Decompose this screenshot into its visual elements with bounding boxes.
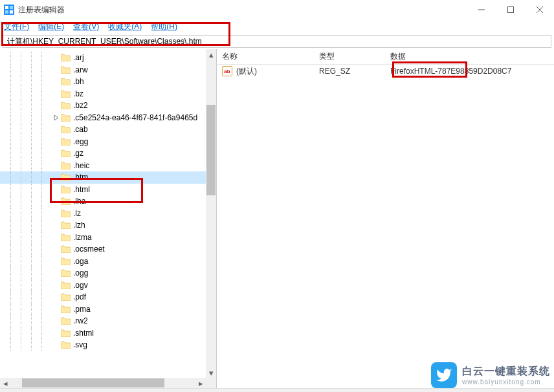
tree-item[interactable]: .ogv: [0, 279, 216, 292]
address-bar[interactable]: 计算机\HKEY_CURRENT_USER\Software\Classes\.…: [3, 35, 551, 48]
expander-icon[interactable]: [52, 233, 61, 242]
menu-help[interactable]: 帮助(H): [151, 21, 177, 32]
tree-item-label: .ogg: [73, 268, 88, 278]
folder-icon: [61, 102, 71, 109]
expander-icon[interactable]: [52, 77, 61, 86]
expander-icon[interactable]: [52, 245, 61, 254]
folder-icon: [61, 329, 71, 337]
value-type: REG_SZ: [319, 67, 390, 76]
expander-icon[interactable]: [52, 113, 61, 122]
expander-icon[interactable]: [52, 316, 61, 325]
expander-icon[interactable]: [52, 281, 61, 290]
expander-icon[interactable]: [52, 329, 61, 338]
tree-scrollbar-vertical[interactable]: ▴ ▾: [206, 49, 216, 388]
expander-icon[interactable]: [52, 137, 61, 146]
minimize-button[interactable]: [467, 0, 496, 19]
expander-icon[interactable]: [52, 197, 61, 206]
tree-item[interactable]: .heic: [0, 160, 216, 172]
tree-item[interactable]: .lzma: [0, 232, 216, 244]
maximize-button[interactable]: [496, 0, 525, 19]
expander-icon[interactable]: [52, 89, 61, 98]
tree-item-label: .oga: [73, 257, 88, 266]
folder-icon: [61, 186, 71, 193]
scroll-thumb-h[interactable]: [22, 378, 164, 387]
expander-icon[interactable]: [52, 125, 61, 134]
scroll-left-icon[interactable]: ◂: [0, 378, 10, 388]
tree-item-label: .lzma: [73, 233, 92, 242]
tree-item[interactable]: .bz2: [0, 100, 216, 112]
expander-icon[interactable]: [52, 185, 61, 194]
scroll-up-icon[interactable]: ▴: [206, 49, 216, 60]
tree-item[interactable]: .gz: [0, 147, 216, 160]
tree-item[interactable]: .htm: [0, 171, 216, 184]
address-text: 计算机\HKEY_CURRENT_USER\Software\Classes\.…: [7, 36, 202, 47]
folder-icon: [61, 221, 71, 229]
tree-item-label: .ocsmeet: [73, 245, 105, 254]
tree-item-label: .gz: [73, 149, 83, 158]
tree-item[interactable]: .egg: [0, 136, 216, 148]
scroll-down-icon[interactable]: ▾: [206, 367, 216, 378]
expander-icon[interactable]: [52, 149, 61, 158]
tree-item[interactable]: .ogg: [0, 267, 216, 279]
tree-item-label: .arj: [73, 53, 84, 62]
expander-icon[interactable]: [52, 268, 61, 278]
tree-item[interactable]: .bz: [0, 88, 216, 100]
tree-scrollbar-horizontal[interactable]: ◂ ▸: [0, 378, 206, 388]
folder-icon: [61, 125, 71, 133]
expander-icon[interactable]: [52, 65, 61, 74]
tree-item[interactable]: .bh: [0, 76, 216, 88]
tree-item[interactable]: .ocsmeet: [0, 243, 216, 256]
close-button[interactable]: [525, 0, 554, 19]
folder-icon: [61, 149, 71, 157]
expander-icon[interactable]: [52, 101, 61, 110]
registry-tree[interactable]: .arj.arw.bh.bz.bz2.c5e2524a-ea46-4f67-84…: [0, 49, 216, 351]
tree-item[interactable]: .lz: [0, 208, 216, 220]
expander-icon[interactable]: [52, 340, 61, 349]
tree-item[interactable]: .oga: [0, 256, 216, 268]
expander-icon[interactable]: [52, 53, 61, 62]
folder-icon: [61, 281, 71, 289]
value-row[interactable]: ab (默认) REG_SZ FirefoxHTML-787E98859D2D0…: [217, 65, 554, 78]
scroll-thumb[interactable]: [206, 105, 216, 195]
column-name[interactable]: 名称: [217, 51, 314, 62]
tree-item-label: .svg: [73, 340, 87, 349]
tree-item[interactable]: .svg: [0, 339, 216, 351]
tree-item[interactable]: .lzh: [0, 219, 216, 232]
expander-icon[interactable]: [52, 292, 61, 301]
expander-icon[interactable]: [52, 173, 61, 182]
tree-item[interactable]: .pma: [0, 303, 216, 316]
tree-item[interactable]: .rw2: [0, 315, 216, 327]
tree-item-label: .lha: [73, 197, 85, 206]
tree-item[interactable]: .c5e2524a-ea46-4f67-841f-6a9465d: [0, 112, 216, 124]
folder-icon: [61, 317, 71, 325]
tree-item[interactable]: .pdf: [0, 291, 216, 303]
scroll-right-icon[interactable]: ▸: [195, 378, 206, 388]
tree-item[interactable]: .lha: [0, 195, 216, 208]
tree-item[interactable]: .arw: [0, 64, 216, 76]
menu-edit[interactable]: 编辑(E): [38, 21, 64, 32]
column-type[interactable]: 类型: [314, 51, 385, 62]
watermark-title: 白云一键重装系统: [462, 365, 550, 378]
folder-icon: [61, 114, 71, 122]
menu-view[interactable]: 查看(V): [73, 21, 99, 32]
folder-icon: [61, 257, 71, 265]
expander-icon[interactable]: [52, 221, 61, 230]
menu-file[interactable]: 文件(F): [4, 21, 29, 32]
tree-item-label: .bz2: [73, 101, 88, 110]
tree-item[interactable]: .shtml: [0, 327, 216, 340]
expander-icon[interactable]: [52, 305, 61, 314]
menu-favorites[interactable]: 收藏夹(A): [108, 21, 142, 32]
detail-pane: 名称 类型 数据 ab (默认) REG_SZ FirefoxHTML-787E…: [217, 49, 554, 388]
expander-icon[interactable]: [52, 257, 61, 266]
tree-item[interactable]: .cab: [0, 124, 216, 136]
tree-item[interactable]: .arj: [0, 52, 216, 64]
string-value-icon: ab: [222, 66, 232, 76]
column-data[interactable]: 数据: [385, 51, 554, 62]
folder-icon: [61, 138, 71, 146]
tree-item[interactable]: .html: [0, 184, 216, 196]
expander-icon[interactable]: [52, 209, 61, 218]
folder-icon: [61, 173, 71, 181]
window-title: 注册表编辑器: [18, 5, 467, 16]
watermark-logo-icon: [431, 362, 457, 388]
expander-icon[interactable]: [52, 161, 61, 170]
